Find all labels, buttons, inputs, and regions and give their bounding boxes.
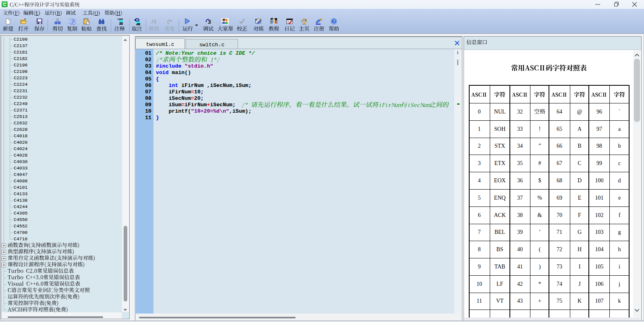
svg-text:?: ? (333, 19, 335, 24)
svg-text:C: C (3, 2, 6, 7)
